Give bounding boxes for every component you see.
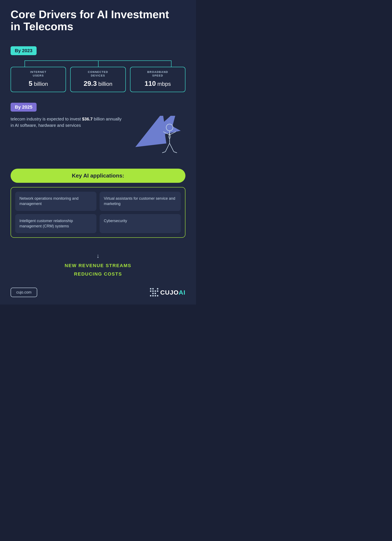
page-wrapper: Core Drivers for AI Investment in Teleco… [0, 0, 196, 305]
stat-card-broadband: BROADBANDSPEED 110 mbps [130, 67, 185, 92]
applications-grid: Network operations monitoring and manage… [10, 187, 185, 238]
application-card-cybersecurity: Cybersecurity [99, 214, 181, 233]
svg-line-6 [170, 143, 174, 152]
application-text-cybersecurity: Cybersecurity [104, 219, 127, 223]
stat-value-devices: 29.3 billion [74, 80, 122, 88]
by-2025-content: telecom industry is expected to invest $… [10, 116, 185, 162]
revenue-outcome-1: NEW REVENUE STREAMS REDUCING COSTS [10, 261, 185, 278]
by-2025-badge: By 2025 [10, 103, 37, 112]
logo-dot [157, 293, 158, 294]
footer-url: cujo.com [10, 288, 37, 297]
tree-lines-top [10, 60, 185, 67]
logo-dot [155, 288, 156, 290]
by-2023-badge: By 2023 [10, 46, 37, 55]
stat-label-devices: CONNECTEDDEVICES [74, 70, 122, 78]
revenue-section: ↓ NEW REVENUE STREAMS REDUCING COSTS [0, 250, 196, 282]
logo-dot [150, 290, 152, 292]
key-applications-section: Key AI applications: Network operations … [0, 169, 196, 250]
logo-dot [152, 295, 154, 297]
header-section: Core Drivers for AI Investment in Teleco… [0, 0, 196, 40]
stat-card-connected-devices: CONNECTEDDEVICES 29.3 billion [70, 67, 125, 92]
by-2025-description: telecom industry is expected to invest $… [10, 116, 122, 129]
logo-dot [155, 295, 156, 297]
application-text-virtual: Virtual assistants for customer service … [104, 196, 175, 206]
tree-line-right [171, 60, 172, 67]
svg-line-8 [174, 152, 177, 153]
logo-dot [155, 293, 156, 294]
logo-dots-grid [150, 288, 159, 297]
logo-dot [152, 290, 154, 292]
application-card-crm: Intelligent customer relationship manage… [15, 214, 96, 233]
stat-card-internet-users: INTERNETUSERS 5 billion [10, 67, 66, 92]
down-arrow-icon: ↓ [10, 253, 185, 259]
by-2025-section: By 2025 telecom industry is expected to … [0, 103, 196, 169]
application-card-virtual: Virtual assistants for customer service … [99, 192, 181, 211]
logo-text: CUJOAI [160, 289, 185, 296]
logo-dot [150, 293, 152, 294]
logo-dot [157, 288, 158, 290]
logo-dot [157, 290, 158, 292]
key-applications-header: Key AI applications: [10, 169, 185, 183]
stat-value-internet: 5 billion [14, 80, 62, 88]
svg-line-7 [162, 152, 165, 153]
stats-cards: INTERNETUSERS 5 billion CONNECTEDDEVICES… [10, 67, 185, 92]
logo-container: CUJOAI [150, 288, 185, 297]
application-text-crm: Intelligent customer relationship manage… [20, 219, 73, 228]
logo-dot [152, 293, 154, 294]
stat-value-broadband: 110 mbps [134, 80, 182, 88]
arrow-illustration [126, 116, 185, 162]
logo-dot [157, 295, 158, 297]
tree-connector [10, 60, 185, 67]
tree-line-center [98, 60, 99, 67]
logo-dot [150, 295, 152, 297]
logo-dot [155, 290, 156, 292]
key-applications-title: Key AI applications: [72, 172, 124, 179]
stats-section: By 2023 INTERNETUSERS 5 billion CONNECTE… [0, 40, 196, 103]
footer-section: cujo.com CUJOA [0, 282, 196, 305]
logo-dot [152, 288, 154, 290]
application-card-network: Network operations monitoring and manage… [15, 192, 96, 211]
application-text-network: Network operations monitoring and manage… [20, 196, 78, 206]
page-title: Core Drivers for AI Investment in Teleco… [10, 8, 185, 32]
logo-dot [150, 288, 152, 290]
stat-label-internet: INTERNETUSERS [14, 70, 62, 78]
svg-line-5 [165, 143, 170, 152]
stat-label-broadband: BROADBANDSPEED [134, 70, 182, 78]
